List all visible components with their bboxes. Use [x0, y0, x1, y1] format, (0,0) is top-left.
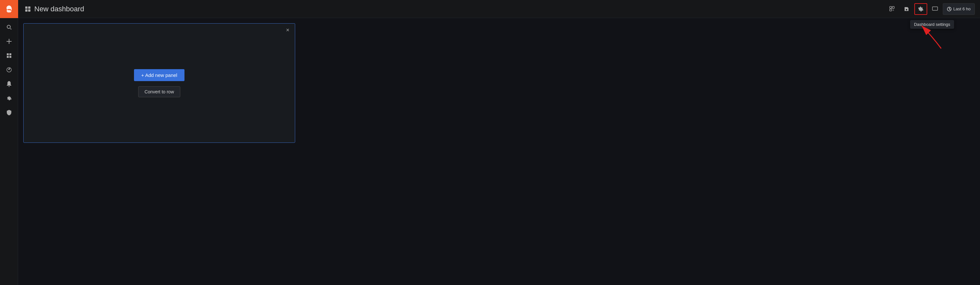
sidebar-item-search[interactable]	[3, 21, 16, 33]
svg-rect-6	[890, 9, 892, 11]
page-title: New dashboard	[34, 5, 84, 13]
svg-rect-2	[25, 10, 27, 12]
dashboard-area: × + Add new panel Convert to row	[18, 18, 980, 285]
svg-rect-14	[7, 56, 9, 58]
sidebar-item-explore[interactable]	[3, 63, 16, 76]
clock-icon	[947, 7, 951, 11]
panel-close-button[interactable]: ×	[284, 26, 292, 34]
svg-rect-3	[28, 10, 30, 12]
alerting-icon	[6, 81, 12, 87]
save-icon	[904, 6, 909, 12]
topnav: New dashboard +	[0, 0, 980, 18]
svg-rect-13	[10, 53, 11, 55]
topnav-title-area: New dashboard	[18, 5, 886, 13]
sidebar-item-create[interactable]	[3, 35, 16, 48]
svg-rect-15	[10, 56, 11, 58]
svg-rect-1	[28, 6, 30, 9]
dashboard-grid-icon	[25, 6, 31, 12]
grafana-logo-svg	[5, 5, 14, 14]
time-range-label: Last 6 ho	[953, 6, 971, 11]
grafana-logo[interactable]	[0, 0, 18, 18]
dashboards-icon	[6, 53, 12, 59]
sidebar-item-shield[interactable]	[3, 106, 16, 119]
dashboard-settings-tooltip: Dashboard settings	[910, 20, 954, 29]
topnav-actions: + La	[886, 3, 980, 15]
svg-rect-12	[7, 53, 9, 55]
sidebar	[0, 18, 18, 285]
explore-icon	[6, 67, 12, 73]
dashboard-settings-button[interactable]	[914, 3, 927, 15]
create-icon	[6, 38, 12, 44]
sidebar-item-dashboards[interactable]	[3, 49, 16, 62]
time-range-button[interactable]: Last 6 ho	[943, 3, 975, 15]
tv-mode-button[interactable]	[929, 3, 942, 15]
svg-rect-4	[890, 6, 892, 8]
empty-panel: × + Add new panel Convert to row	[23, 23, 295, 143]
add-new-panel-button[interactable]: + Add new panel	[134, 69, 184, 81]
search-icon	[6, 24, 12, 30]
configuration-icon	[6, 95, 12, 101]
svg-text:+: +	[892, 8, 894, 12]
add-panel-icon: +	[889, 6, 895, 12]
shield-icon	[6, 109, 12, 116]
svg-point-11	[7, 25, 10, 28]
add-panel-button[interactable]: +	[886, 3, 899, 15]
sidebar-item-alerting[interactable]	[3, 78, 16, 90]
tv-mode-icon	[932, 6, 938, 12]
save-button[interactable]	[900, 3, 913, 15]
main-layout: × + Add new panel Convert to row	[0, 18, 980, 285]
sidebar-item-configuration[interactable]	[3, 92, 16, 105]
svg-rect-8	[932, 7, 938, 10]
convert-to-row-button[interactable]: Convert to row	[138, 86, 180, 97]
svg-rect-0	[25, 6, 27, 9]
settings-icon	[918, 6, 924, 12]
